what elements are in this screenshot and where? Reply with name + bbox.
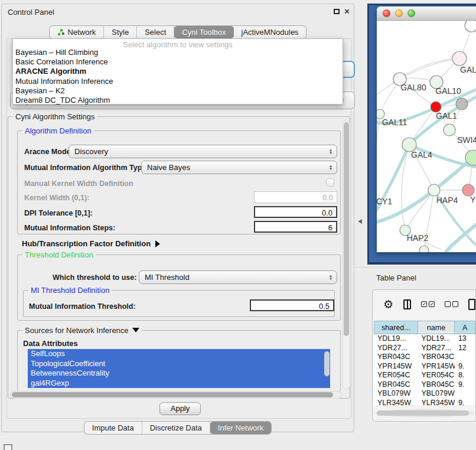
which-threshold-combobox[interactable]: MI Threshold ▲▼ bbox=[139, 270, 337, 284]
network-canvas[interactable]: GALGAL80GAL10GAL1SWI4GAL11GAL4GCY1HAP4YH… bbox=[377, 21, 476, 252]
hub-definition-expander[interactable]: Hub/Transcription Factor Definition bbox=[22, 239, 160, 248]
tab-network[interactable]: Network bbox=[50, 26, 105, 38]
expand-right-icon bbox=[155, 240, 160, 247]
stepper-arrows-icon: ▲▼ bbox=[329, 165, 337, 171]
tab-impute-data[interactable]: Impute Data bbox=[84, 422, 142, 434]
network-edge[interactable] bbox=[400, 58, 459, 79]
attribute-item-selected[interactable]: gal4RGexp bbox=[28, 379, 330, 389]
control-panel-window: Control Panel ✕ Network Style Select Cyn… bbox=[1, 4, 354, 432]
dropdown-prompt: Select algorithm to view settings bbox=[13, 39, 343, 48]
tab-select[interactable]: Select bbox=[137, 26, 174, 38]
attribute-item-selected[interactable]: TopologicalCoefficient bbox=[28, 359, 330, 369]
group-title: Cyni Algorithm Settings bbox=[13, 112, 97, 121]
node-label: HAP2 bbox=[407, 233, 429, 243]
group-title: Algorithm Definition bbox=[22, 126, 94, 135]
apply-button[interactable]: Apply bbox=[159, 402, 201, 415]
network-edge[interactable] bbox=[377, 114, 380, 151]
network-node[interactable] bbox=[428, 184, 440, 196]
node-label: GAL80 bbox=[400, 83, 426, 92]
network-window-titlebar bbox=[377, 6, 476, 21]
dropdown-item-selected[interactable]: ARACNE Algorithm bbox=[13, 67, 343, 76]
minimize-traffic-light-icon[interactable] bbox=[395, 9, 403, 17]
table-row[interactable]: YBR045CYBR045C9. bbox=[374, 380, 475, 390]
control-panel-tabstrip: Network Style Select Cyni Toolbox jActiv… bbox=[2, 25, 354, 39]
table-horizontal-scrollbar[interactable] bbox=[375, 409, 474, 417]
aracne-mode-combobox[interactable]: Discovery ▲▼ bbox=[69, 145, 337, 158]
column-header-name[interactable]: name bbox=[418, 321, 455, 334]
settings-vertical-scrollbar[interactable] bbox=[343, 120, 350, 389]
node-label: HAP4 bbox=[436, 195, 458, 205]
node-label: GAL1 bbox=[436, 111, 457, 120]
stepper-arrows-icon: ▲▼ bbox=[329, 275, 337, 281]
group-title: MI Threshold Definition bbox=[28, 286, 112, 295]
node-label: Y bbox=[470, 195, 476, 204]
tab-cyni-toolbox[interactable]: Cyni Toolbox bbox=[174, 26, 233, 38]
node-label: GAL10 bbox=[435, 86, 461, 96]
tab-discretize-data[interactable]: Discretize Data bbox=[142, 422, 210, 434]
table-toolbar: ⚙ ✓✓ bbox=[373, 290, 475, 318]
mi-algorithm-type-combobox[interactable]: Naive Bayes ▲▼ bbox=[141, 161, 337, 174]
list-scrollbar[interactable] bbox=[324, 351, 330, 376]
tab-style[interactable]: Style bbox=[104, 26, 137, 38]
zoom-traffic-light-icon[interactable] bbox=[407, 9, 415, 17]
kernel-width-label: Kernel Width (0,1): bbox=[24, 194, 89, 202]
splitter-collapse-arrow-icon[interactable] bbox=[358, 219, 362, 224]
close-traffic-light-icon[interactable] bbox=[383, 9, 390, 17]
panel-title: Control Panel bbox=[8, 8, 54, 17]
node-label: GCY1 bbox=[377, 197, 392, 206]
attribute-item-selected[interactable]: SelfLoops bbox=[28, 349, 330, 359]
dropdown-item[interactable]: Dream8 DC_TDC Algorithm bbox=[13, 96, 343, 105]
node-label: SWI4 bbox=[457, 135, 476, 145]
network-edge[interactable] bbox=[405, 190, 434, 230]
table-row[interactable]: YBL079WYBL079W bbox=[374, 389, 475, 399]
table-header-row: shared... name A bbox=[374, 321, 475, 334]
split-columns-icon[interactable] bbox=[403, 299, 411, 309]
dropdown-item[interactable]: Bayesian – K2 bbox=[13, 86, 343, 96]
node-label: GAL4 bbox=[411, 150, 432, 159]
table-row[interactable]: YDL19...YDL19...13 bbox=[374, 334, 475, 344]
attribute-item-selected[interactable]: BetweennessCentrality bbox=[28, 369, 330, 379]
close-icon[interactable]: ✕ bbox=[344, 7, 350, 16]
network-node[interactable] bbox=[444, 124, 455, 136]
kernel-width-field[interactable]: 0.0 bbox=[254, 191, 337, 203]
column-header-partial[interactable]: A bbox=[455, 321, 475, 334]
select-all-columns-icon[interactable]: ✓✓ bbox=[421, 301, 435, 307]
dpi-tolerance-label: DPI Tolerance [0,1]: bbox=[24, 209, 93, 217]
settings-gear-icon[interactable]: ⚙ bbox=[383, 299, 393, 310]
network-icon bbox=[57, 28, 65, 36]
settings-horizontal-scrollbar[interactable] bbox=[10, 391, 342, 399]
tab-jactivemnodules[interactable]: jActiveMNodules bbox=[234, 26, 307, 38]
table-panel-header: Table Panel bbox=[354, 267, 476, 286]
new-table-icon[interactable] bbox=[468, 299, 475, 310]
dropdown-item[interactable]: Bayesian – Hill Climbing bbox=[13, 48, 343, 57]
floating-handle-icon[interactable] bbox=[4, 444, 12, 450]
dropdown-item[interactable]: Basic Correlation Inference bbox=[13, 57, 343, 67]
dpi-tolerance-field[interactable]: 0.0 bbox=[254, 206, 337, 218]
algorithm-dropdown-list: Select algorithm to view settings Bayesi… bbox=[12, 38, 343, 105]
table-panel-title: Table Panel bbox=[376, 273, 416, 282]
table-row[interactable]: YLR345WYLR345W9. bbox=[374, 399, 475, 406]
table-row[interactable]: YPR145WYPR145W9. bbox=[374, 362, 475, 371]
deselect-all-columns-icon[interactable] bbox=[445, 301, 458, 307]
network-desktop: GALGAL80GAL10GAL1SWI4GAL11GAL4GCY1HAP4YH… bbox=[367, 4, 476, 265]
mi-steps-field[interactable]: 6 bbox=[254, 221, 337, 233]
data-attributes-list[interactable]: SelfLoops TopologicalCoefficient Between… bbox=[28, 349, 330, 388]
network-node[interactable] bbox=[456, 98, 468, 110]
table-row[interactable]: YDR27...YDR27...12 bbox=[374, 344, 475, 353]
network-node[interactable] bbox=[462, 184, 474, 196]
data-attributes-label: Data Attributes bbox=[23, 339, 78, 348]
network-node[interactable] bbox=[452, 51, 467, 66]
table-row[interactable]: YER054CYER054C8. bbox=[374, 371, 475, 380]
network-node[interactable] bbox=[465, 21, 476, 32]
network-view-window[interactable]: GALGAL80GAL10GAL1SWI4GAL11GAL4GCY1HAP4YH… bbox=[377, 6, 476, 252]
aracne-mode-label: Aracne Mode: bbox=[24, 148, 73, 156]
manual-kernel-checkbox[interactable] bbox=[326, 178, 334, 187]
network-node[interactable] bbox=[419, 246, 429, 252]
column-header-shared-name[interactable]: shared... bbox=[374, 321, 418, 334]
sources-group-title[interactable]: Sources for Network Inference bbox=[22, 326, 142, 335]
dropdown-item[interactable]: Mutual Information Inference bbox=[13, 77, 343, 86]
float-window-icon[interactable] bbox=[334, 9, 340, 14]
tab-infer-network[interactable]: Infer Network bbox=[210, 422, 271, 434]
table-row[interactable]: YBR043CYBR043C bbox=[374, 353, 475, 362]
mi-threshold-field[interactable]: 0.5 bbox=[250, 299, 334, 311]
